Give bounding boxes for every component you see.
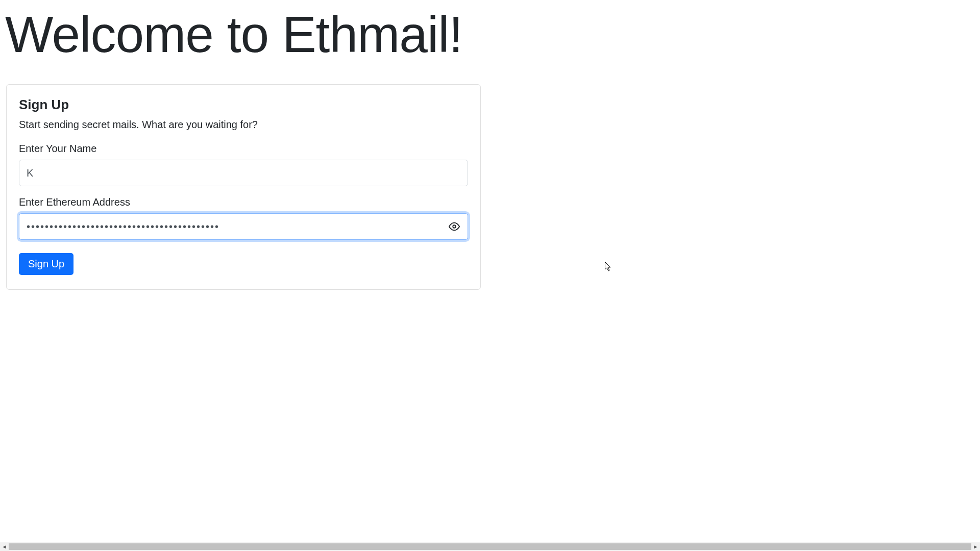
scroll-track[interactable] bbox=[9, 542, 971, 551]
reveal-password-icon[interactable] bbox=[449, 221, 460, 232]
address-label: Enter Ethereum Address bbox=[19, 196, 468, 208]
svg-point-0 bbox=[453, 225, 456, 228]
card-subtitle: Start sending secret mails. What are you… bbox=[19, 119, 468, 131]
scroll-left-arrow[interactable]: ◄ bbox=[0, 542, 9, 551]
address-input[interactable] bbox=[19, 213, 468, 240]
card-title: Sign Up bbox=[19, 97, 468, 113]
name-label: Enter Your Name bbox=[19, 143, 468, 155]
horizontal-scrollbar[interactable]: ◄ ► bbox=[0, 542, 980, 551]
page-title: Welcome to Ethmail! bbox=[5, 5, 980, 64]
scroll-right-arrow[interactable]: ► bbox=[971, 542, 980, 551]
signup-card: Sign Up Start sending secret mails. What… bbox=[6, 84, 481, 290]
address-input-wrapper bbox=[19, 213, 468, 240]
signup-button[interactable]: Sign Up bbox=[19, 253, 74, 275]
name-field-group: Enter Your Name bbox=[19, 143, 468, 186]
mouse-cursor bbox=[605, 262, 613, 274]
scroll-thumb[interactable] bbox=[9, 543, 971, 550]
name-input[interactable] bbox=[19, 160, 468, 186]
address-field-group: Enter Ethereum Address bbox=[19, 196, 468, 240]
